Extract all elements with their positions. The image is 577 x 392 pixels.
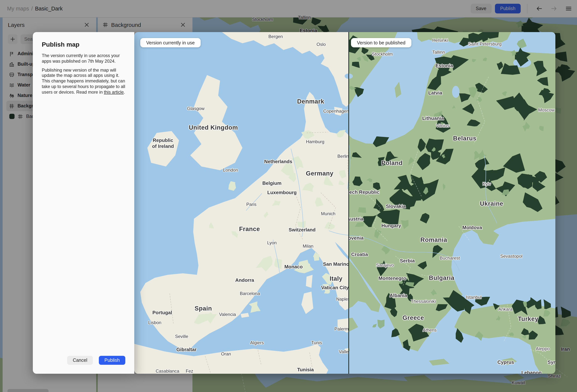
map-label-denmark: Denmark [297, 98, 324, 105]
version-compare-panel: BergenOsloGlasgowUnited KingdomRepublico… [134, 32, 555, 374]
map-label-turkey: Turkey [518, 315, 538, 322]
map-label-france: France [239, 225, 260, 233]
map-label-copenhagen: Copenhagen [323, 108, 349, 114]
map-label-hungary: Hungary [381, 223, 401, 228]
map-label-tallinn: Tallinn [432, 50, 445, 55]
map-label-bucharest: Bucharest [440, 255, 460, 261]
map-label-syria: Syria [547, 359, 555, 365]
map-label-sarajevo: Sarajevo [376, 263, 394, 268]
map-label-valletta: Valletta [339, 349, 349, 354]
cancel-button[interactable]: Cancel [67, 356, 93, 365]
map-label-greece: Greece [402, 314, 424, 321]
map-label-spain: Spain [195, 305, 212, 312]
map-label-berlin: Berlin [337, 154, 349, 159]
map-label-tunis: Tunis [311, 340, 322, 345]
map-label-helsinki: Helsinki [432, 38, 448, 43]
new-version-badge: Version to be published [351, 38, 411, 47]
map-label-stockholm: Stockholm [372, 51, 393, 57]
map-label-saint-petersburg: Saint Petersburg [468, 41, 502, 47]
map-label-vilnius: Vilnius [436, 123, 449, 128]
map-label-naples: Naples [336, 296, 349, 302]
map-label-belarus: Belarus [453, 135, 476, 142]
dialog-title: Publish map [42, 41, 79, 48]
map-label-athens: Athens [423, 327, 437, 333]
map-label-ankara: Ankara [498, 307, 512, 312]
map-label-luxembourg: Luxembourg [267, 190, 296, 195]
map-label-switzerland: Switzerland [289, 227, 316, 233]
map-label-slovakia: Slovakia [386, 204, 406, 209]
map-label-barcelona: Barcelona [240, 291, 260, 296]
map-label-bergen: Bergen [268, 34, 283, 39]
map-label-oslo: Oslo [317, 42, 325, 47]
map-label-fez: Fez [186, 368, 193, 374]
map-label-bulgaria: Bulgaria [429, 274, 455, 282]
map-label-italy: Italy [329, 275, 342, 282]
map-label-palermo: Palermo [334, 326, 349, 332]
map-new-version: HelsinkiSaint PetersburgTallinnStockholm… [349, 32, 555, 374]
compare-divider [348, 32, 349, 374]
map-label-casablanca: Casablanca [156, 368, 180, 374]
app-window: StockholmTallinnEstoniaIranShirazKuwait … [0, 0, 577, 392]
map-label-paris: Paris [246, 202, 257, 207]
map-label-istanbul: Istanbul [466, 295, 481, 300]
map-label-romania: Romania [420, 236, 447, 243]
map-label-glasgow: Glasgow [187, 106, 204, 111]
map-label-seville: Seville [175, 334, 188, 339]
map-label-latvia: Latvia [428, 90, 442, 96]
map-label-albania: Albania [390, 293, 407, 298]
map-label-kyiv: Kyiv [482, 181, 491, 186]
map-label-lebanon: Lebanon [521, 370, 541, 374]
map-label-lithuania: Lithuania [422, 115, 444, 121]
map-label-slovenia: Slovenia [349, 235, 363, 241]
map-label-poland: Poland [381, 159, 403, 167]
map-label-germany: Germany [306, 170, 333, 177]
map-label-lyon: Lyon [267, 240, 277, 246]
dialog-footer: Cancel Publish [67, 356, 125, 365]
map-label-ukraine: Ukraine [480, 200, 503, 207]
map-label-vatican-city: Vatican City [321, 285, 349, 290]
map-label-aleppo: Aleppo [536, 346, 550, 351]
map-label-tunisia: Tunisia [297, 367, 314, 372]
dialog-paragraph-2: Publishing new version of the map will u… [42, 67, 125, 95]
map-label-serbia: Serbia [400, 258, 415, 263]
map-label-united-kingdom: United Kingdom [189, 124, 238, 131]
map-label-czech-republic: Czech Republic [349, 189, 380, 195]
map-label-milan: Milan [303, 244, 313, 249]
map-label-san-marino: San Marino [323, 261, 349, 267]
map-current-version: BergenOsloGlasgowUnited KingdomRepublico… [134, 32, 349, 374]
this-article-link[interactable]: this article [104, 90, 124, 95]
dialog-paragraph-1: The version currently in use across your… [42, 53, 125, 64]
map-label-valencia: Valencia [219, 312, 236, 317]
map-label-austria: Austria [349, 216, 363, 222]
dialog-body: The version currently in use across your… [42, 53, 125, 98]
map-label-portugal: Portugal [152, 310, 172, 315]
map-label-lisbon: Lisbon [148, 320, 161, 325]
map-label-algiers: Algiers [250, 340, 264, 345]
map-label-monaco: Monaco [284, 264, 303, 269]
map-label-netherlands: Netherlands [264, 159, 292, 164]
map-label-estonia: Estonia [435, 63, 453, 69]
map-label-andorra: Andorra [235, 277, 254, 283]
map-label-moldova: Moldova [462, 225, 482, 230]
map-label-munich: Munich [321, 211, 335, 216]
map-label-gibraltar: Gibraltar [177, 347, 197, 352]
map-label-moscow: Moscow [538, 107, 555, 113]
map-label-sevastopol: Sevastopol [500, 254, 523, 259]
map-label-belgium: Belgium [262, 180, 282, 186]
publish-dialog: Publish map The version currently in use… [33, 32, 134, 374]
map-label-croatia: Croatia [351, 251, 368, 257]
map-label-republic: Republic [153, 138, 173, 143]
map-label-montenegro: Montenegro [379, 276, 406, 281]
map-label-cyprus: Cyprus [497, 359, 514, 365]
map-label-oran: Oran [221, 351, 231, 356]
map-label-hamburg: Hamburg [306, 139, 325, 144]
dialog-publish-button[interactable]: Publish [99, 356, 125, 365]
map-label-thessaloniki: Thessaloniki [411, 299, 436, 304]
map-label-of-ireland: of Ireland [152, 143, 174, 149]
current-version-badge: Version currently in use [140, 38, 201, 47]
map-label-london: London [223, 168, 238, 173]
